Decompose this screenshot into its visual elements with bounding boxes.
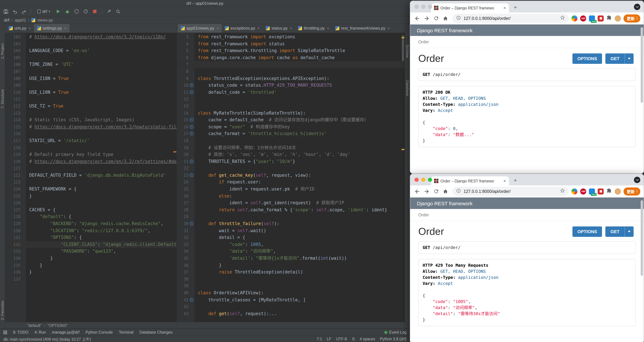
- get-dropdown-caret[interactable]: [624, 53, 634, 64]
- site-info-icon[interactable]: [456, 188, 461, 194]
- code-line[interactable]: 133 "PASSWORD": "qwe123",: [5, 248, 177, 255]
- tool-window-project-button[interactable]: 1: Project: [0, 43, 4, 59]
- tab-close-icon[interactable]: ×: [504, 179, 506, 183]
- readonly-lock-icon[interactable]: [352, 337, 355, 341]
- get-button[interactable]: GET: [606, 226, 624, 237]
- tab-exceptions-py[interactable]: exceptions.py ×: [222, 24, 263, 32]
- code-line[interactable]: 18: [177, 138, 405, 144]
- search-icon[interactable]: [115, 8, 121, 14]
- code-line[interactable]: 136}: [5, 269, 177, 276]
- code-line[interactable]: 129 "BACKEND": "django_redis.cache.Redis…: [5, 220, 177, 227]
- code-line[interactable]: 104LANGUAGE_CODE = 'en-us': [5, 47, 177, 54]
- wrench-icon[interactable]: [106, 8, 112, 14]
- code-line[interactable]: 111: [5, 96, 177, 103]
- zoom-window-button[interactable]: [428, 5, 432, 9]
- code-line[interactable]: 26 else:: [177, 193, 405, 200]
- code-line[interactable]: 14class MyRateThrottle(SimpleRateThrottl…: [177, 110, 405, 116]
- code-line[interactable]: 24 if request.user:: [177, 179, 405, 186]
- breadcrumb-project[interactable]: drf: [4, 18, 10, 22]
- tab-urls-py[interactable]: urls.py ×: [6, 24, 34, 32]
- code-line[interactable]: 40class OrderView(APIView):: [177, 290, 405, 296]
- code-line[interactable]: 34 "data": "访问频率",: [177, 248, 405, 255]
- address-bar[interactable]: 127.0.0.1:8000/api/order/: [452, 14, 569, 23]
- reload-button[interactable]: [432, 14, 440, 23]
- adblock-extension-icon[interactable]: ABP: [580, 188, 586, 194]
- code-line[interactable]: 3from rest_framework import exceptions: [177, 34, 405, 40]
- minimize-window-button[interactable]: [421, 178, 425, 182]
- code-line[interactable]: 5from rest_framework.throttling import S…: [177, 47, 405, 54]
- code-line[interactable]: 15↑ cache = default_cache # 访问记录存放在djang…: [177, 116, 405, 124]
- code-line[interactable]: 114# Static files (CSS, JavaScript, Imag…: [5, 116, 177, 124]
- code-line[interactable]: 30↑ def throttle_failure(self):: [177, 220, 405, 227]
- new-tab-button[interactable]: [511, 176, 520, 185]
- code-line[interactable]: 137: [5, 276, 177, 283]
- code-line[interactable]: 27 ident = self.get_ident(request) # 获取用…: [177, 200, 405, 206]
- tab-close-icon[interactable]: ×: [216, 26, 219, 30]
- coverage-icon[interactable]: [74, 8, 80, 14]
- drf-breadcrumb[interactable]: Order: [410, 209, 644, 221]
- code-line[interactable]: 43 def get(self, request):...: [177, 310, 405, 317]
- code-line[interactable]: 105: [5, 54, 177, 61]
- profiler-icon[interactable]: [82, 8, 88, 14]
- tool-window-favorites-button[interactable]: 2: Favorites: [0, 300, 4, 320]
- code-line[interactable]: 116: [5, 130, 177, 138]
- code-line[interactable]: 127CACHES = {: [5, 206, 177, 214]
- extension-icon[interactable]: [572, 188, 578, 194]
- extensions-puzzle-icon[interactable]: [606, 188, 612, 195]
- drf-navbar[interactable]: Django REST framework: [410, 24, 644, 36]
- code-line[interactable]: 4from rest_framework import status: [177, 40, 405, 47]
- code-line[interactable]: 121: [5, 165, 177, 172]
- code-line[interactable]: 22: [177, 165, 405, 172]
- code-line[interactable]: 131 "OPTIONS": {: [5, 234, 177, 241]
- code-line[interactable]: 119# Default primary key field type: [5, 151, 177, 158]
- code-line[interactable]: 126: [5, 200, 177, 206]
- breadcrumb-file[interactable]: views.py: [38, 18, 53, 22]
- tab-settings-py[interactable]: settings.py ×: [34, 24, 70, 32]
- tab-app01-views-py[interactable]: app01/views.py ×: [178, 24, 222, 32]
- extension-icon[interactable]: [598, 15, 604, 21]
- code-line[interactable]: 21↑ THROTTLE_RATES = {"user": "10/m"}: [177, 158, 405, 165]
- code-line[interactable]: 28 return self.cache_format % {'scope': …: [177, 206, 405, 214]
- code-line[interactable]: 102# https://docs.djangoproject.com/en/3…: [5, 34, 177, 40]
- tab-close-icon[interactable]: ×: [64, 26, 66, 30]
- caret-position[interactable]: 7:1: [316, 337, 322, 341]
- code-line[interactable]: 106TIME_ZONE = 'UTC': [5, 61, 177, 68]
- site-info-icon[interactable]: [456, 15, 461, 21]
- code-line[interactable]: 130 "LOCATION": "redis://127.0.0.1:6379/…: [5, 227, 177, 234]
- drf-navbar[interactable]: Django REST framework: [410, 198, 644, 209]
- tool-window-database-button[interactable]: Database: [406, 80, 410, 96]
- extension-icon[interactable]: New: [589, 15, 595, 21]
- address-bar[interactable]: 127.0.0.1:8000/api/order/: [452, 187, 569, 196]
- back-button[interactable]: [413, 14, 422, 23]
- tool-window-structure-button[interactable]: 7: Structure: [0, 89, 4, 108]
- code-line[interactable]: 25 ident = request.user.pk # 用户ID: [177, 186, 405, 193]
- reload-button[interactable]: [432, 187, 440, 196]
- code-line[interactable]: 103: [5, 40, 177, 47]
- profile-avatar[interactable]: [615, 188, 621, 194]
- home-button[interactable]: [441, 187, 450, 196]
- editor-views-py[interactable]: 3from rest_framework import exceptions4f…: [177, 33, 405, 322]
- code-line[interactable]: 32 detail = {: [177, 234, 405, 241]
- code-line[interactable]: 23↑ def get_cache_key(self, request, vie…: [177, 172, 405, 179]
- code-line[interactable]: 8: [177, 68, 405, 75]
- close-window-button[interactable]: [414, 5, 418, 9]
- save-icon[interactable]: [3, 8, 9, 14]
- code-line[interactable]: 125}: [5, 193, 177, 200]
- options-button[interactable]: OPTIONS: [572, 226, 602, 237]
- code-line[interactable]: 11↑ default_code = 'throttled': [177, 89, 405, 96]
- status-database-changes[interactable]: Database Changes: [140, 330, 172, 334]
- code-line[interactable]: 17↑ cache_format = 'throttle_%(scope)s_%…: [177, 130, 405, 138]
- tab-throttling-py[interactable]: throttling.py ×: [295, 24, 332, 32]
- tab-close-icon[interactable]: ×: [327, 26, 329, 30]
- tool-windows-icon[interactable]: [3, 330, 7, 334]
- url-text[interactable]: 127.0.0.1:8000/api/order/: [464, 189, 558, 194]
- home-button[interactable]: [441, 14, 450, 23]
- adblock-extension-icon[interactable]: ABP: [580, 15, 586, 21]
- code-breadcrumb-item[interactable]: "OPTIONS": [48, 323, 68, 328]
- code-line[interactable]: 6from django.core.cache import cache as …: [177, 54, 405, 61]
- code-line[interactable]: 13: [177, 103, 405, 110]
- page-scrollbar[interactable]: [641, 27, 643, 103]
- code-line[interactable]: 123: [5, 179, 177, 186]
- code-line[interactable]: 120# https://docs.djangoproject.com/en/3…: [5, 158, 177, 165]
- tab-close-icon[interactable]: ×: [290, 26, 292, 30]
